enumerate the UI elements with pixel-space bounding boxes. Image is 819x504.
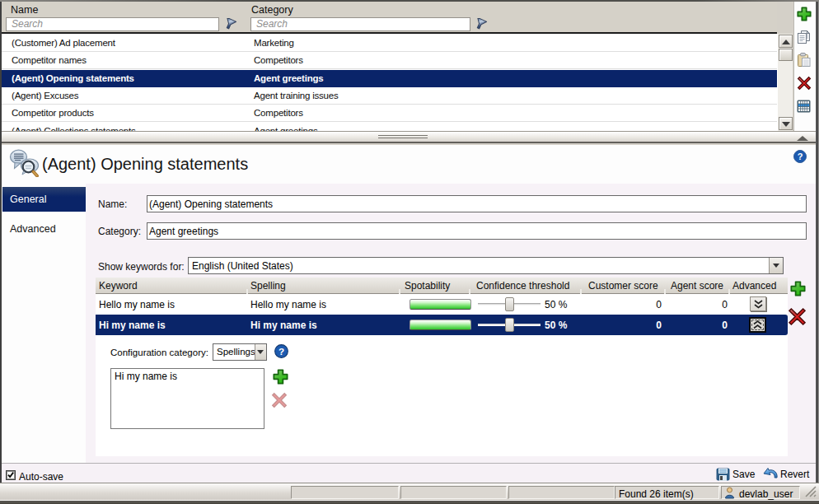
svg-text:?: ? bbox=[278, 346, 284, 357]
svg-text:?: ? bbox=[798, 152, 803, 161]
